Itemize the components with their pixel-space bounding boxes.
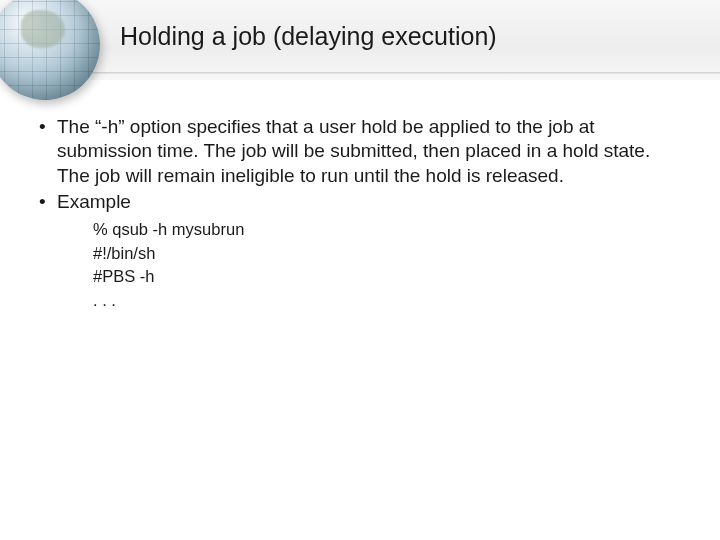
bullet-item: Example xyxy=(35,190,680,214)
header-divider xyxy=(0,72,720,74)
bullet-list: The “-h” option specifies that a user ho… xyxy=(35,115,680,214)
code-line: . . . xyxy=(93,289,680,312)
slide-title: Holding a job (delaying execution) xyxy=(120,22,497,51)
code-line: #PBS -h xyxy=(93,265,680,288)
globe-icon xyxy=(0,0,100,100)
bullet-item: The “-h” option specifies that a user ho… xyxy=(35,115,680,188)
slide-body: The “-h” option specifies that a user ho… xyxy=(35,115,680,312)
code-line: % qsub -h mysubrun xyxy=(93,218,680,241)
bullet-text: The “-h” option specifies that a user ho… xyxy=(57,116,650,186)
bullet-text: Example xyxy=(57,191,131,212)
code-line: #!/bin/sh xyxy=(93,242,680,265)
code-example: % qsub -h mysubrun #!/bin/sh #PBS -h . .… xyxy=(93,218,680,312)
